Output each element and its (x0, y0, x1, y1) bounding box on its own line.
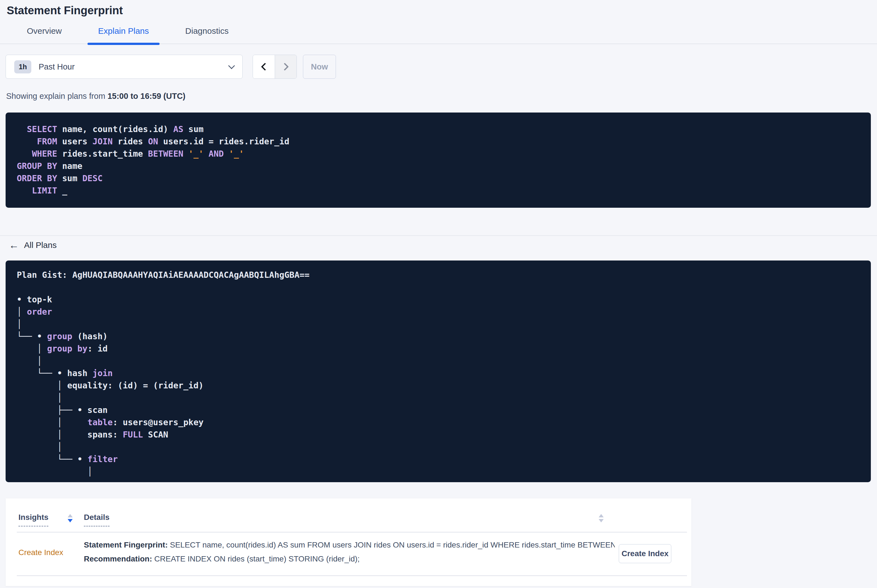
chevron-left-icon (261, 63, 269, 70)
time-range-badge: 1h (14, 60, 31, 74)
sort-desc-icon (599, 519, 604, 522)
insight-details-cell: Statement Fingerprint: SELECT name, coun… (84, 538, 615, 566)
section-divider (0, 236, 877, 236)
code-line: ORDER BY sum DESC (17, 172, 860, 184)
details-column-header[interactable]: Details (84, 513, 110, 526)
fingerprint-line: Statement Fingerprint: SELECT name, coun… (84, 538, 615, 552)
code-line: │ equality: (id) = (rider_id) (17, 380, 860, 392)
insight-type-link[interactable]: Create Index (18, 548, 63, 557)
tab-explain-plans[interactable]: Explain Plans (98, 26, 149, 44)
code-line: └── • hash join (17, 367, 860, 380)
code-line: │ (17, 392, 860, 404)
table-row-divider (17, 575, 687, 576)
create-index-button[interactable]: Create Index (619, 544, 671, 563)
all-plans-label: All Plans (24, 240, 57, 250)
sort-asc-icon (599, 514, 604, 518)
code-line: │ group by: id (17, 343, 860, 355)
time-pager (253, 55, 297, 79)
insights-table: Insights Details Create Index Statement … (6, 498, 691, 586)
showing-prefix: Showing explain plans from (6, 92, 108, 100)
code-line: │ order (17, 306, 860, 318)
time-controls: 1h Past Hour Now (6, 55, 871, 79)
time-range-label: Past Hour (39, 62, 75, 72)
code-line: Plan Gist: AgHUAQIABQAAAHYAQIAiAEAAAADCQ… (17, 269, 860, 281)
tab-bar: Overview Explain Plans Diagnostics (0, 26, 877, 44)
code-line: │ (17, 355, 860, 367)
showing-range: 15:00 to 16:59 (UTC) (108, 92, 186, 100)
plan-gist-block: Plan Gist: AgHUAQIABQAAAHYAQIAiAEAAAADCQ… (6, 261, 871, 482)
code-line: • top-k (17, 294, 860, 306)
code-line: LIMIT _ (17, 184, 860, 197)
insights-column-label: Insights (18, 513, 48, 526)
code-line: FROM users JOIN rides ON users.id = ride… (17, 135, 860, 148)
insights-sort-control[interactable] (68, 514, 73, 522)
code-line: │ (17, 441, 860, 453)
code-line: │ (17, 465, 860, 478)
code-line: └── • group (hash) (17, 330, 860, 343)
code-line: │ (17, 318, 860, 330)
previous-interval-button[interactable] (253, 55, 275, 78)
tab-diagnostics[interactable]: Diagnostics (185, 26, 229, 44)
code-line (17, 281, 860, 294)
code-line: │ spans: FULL SCAN (17, 429, 860, 441)
tab-overview[interactable]: Overview (27, 26, 62, 44)
sql-statement-block: SELECT name, count(rides.id) AS sum FROM… (6, 112, 871, 208)
recommendation-line: Recommendation: CREATE INDEX ON rides (s… (84, 552, 615, 566)
page-title: Statement Fingerprint (0, 0, 877, 17)
showing-range-text: Showing explain plans from 15:00 to 16:5… (6, 92, 877, 101)
table-header-divider (17, 532, 687, 532)
code-line: ├── • scan (17, 404, 860, 416)
now-button[interactable]: Now (303, 55, 336, 79)
all-plans-link[interactable]: ← All Plans (9, 240, 57, 250)
insights-column-header[interactable]: Insights (18, 513, 48, 526)
arrow-left-icon: ← (9, 241, 19, 249)
sort-asc-icon (68, 514, 73, 518)
chevron-right-icon (281, 63, 289, 70)
code-line: WHERE rides.start_time BETWEEN '_' AND '… (17, 148, 860, 160)
code-line: GROUP BY name (17, 160, 860, 172)
code-line: │ table: users@users_pkey (17, 416, 860, 429)
code-line: └── • filter (17, 453, 860, 465)
details-column-label: Details (84, 513, 110, 526)
time-range-dropdown[interactable]: 1h Past Hour (6, 55, 242, 79)
next-interval-button[interactable] (275, 55, 296, 78)
code-line: SELECT name, count(rides.id) AS sum (17, 123, 860, 135)
details-sort-control[interactable] (599, 514, 604, 522)
sort-desc-icon (68, 519, 73, 522)
chevron-down-icon (228, 62, 235, 69)
